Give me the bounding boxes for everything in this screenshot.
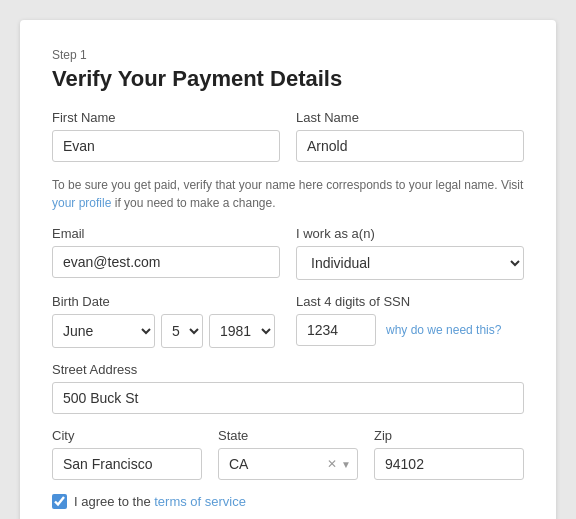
payment-details-card: Step 1 Verify Your Payment Details First… <box>20 20 556 519</box>
street-input[interactable] <box>52 382 524 414</box>
email-input[interactable] <box>52 246 280 278</box>
state-input-wrapper: ✕ ▼ <box>218 448 358 480</box>
last-name-label: Last Name <box>296 110 524 125</box>
info-text: To be sure you get paid, verify that you… <box>52 176 524 212</box>
city-group: City <box>52 428 202 480</box>
last-name-input[interactable] <box>296 130 524 162</box>
work-type-label: I work as a(n) <box>296 226 524 241</box>
zip-label: Zip <box>374 428 524 443</box>
email-label: Email <box>52 226 280 241</box>
page-title: Verify Your Payment Details <box>52 66 524 92</box>
first-name-group: First Name <box>52 110 280 162</box>
your-profile-link[interactable]: your profile <box>52 196 111 210</box>
terms-link[interactable]: terms of service <box>154 494 246 509</box>
first-name-input[interactable] <box>52 130 280 162</box>
birth-day-select[interactable]: 1234 567 <box>161 314 203 348</box>
state-clear-icon[interactable]: ✕ <box>327 458 337 470</box>
state-group: State ✕ ▼ <box>218 428 358 480</box>
terms-checkbox[interactable] <box>52 494 67 509</box>
birth-date-selects: JanuaryFebruaryMarch AprilMayJune JulyAu… <box>52 314 280 348</box>
zip-group: Zip <box>374 428 524 480</box>
zip-input[interactable] <box>374 448 524 480</box>
ssn-input-group: why do we need this? <box>296 314 524 346</box>
agreement-row: I agree to the terms of service <box>52 494 524 509</box>
ssn-group: Last 4 digits of SSN why do we need this… <box>296 294 524 348</box>
state-label: State <box>218 428 358 443</box>
ssn-label: Last 4 digits of SSN <box>296 294 524 309</box>
city-input[interactable] <box>52 448 202 480</box>
birth-date-label: Birth Date <box>52 294 280 309</box>
street-group: Street Address <box>52 362 524 414</box>
street-label: Street Address <box>52 362 524 377</box>
city-label: City <box>52 428 202 443</box>
state-chevron-icon[interactable]: ▼ <box>341 459 351 470</box>
last-name-group: Last Name <box>296 110 524 162</box>
state-input[interactable] <box>225 449 323 479</box>
agreement-text: I agree to the terms of service <box>74 494 246 509</box>
city-state-zip-row: City State ✕ ▼ Zip <box>52 428 524 480</box>
ssn-help-link[interactable]: why do we need this? <box>386 323 501 337</box>
work-type-select[interactable]: Individual Business <box>296 246 524 280</box>
work-type-group: I work as a(n) Individual Business <box>296 226 524 280</box>
birth-month-select[interactable]: JanuaryFebruaryMarch AprilMayJune JulyAu… <box>52 314 155 348</box>
step-label: Step 1 <box>52 48 524 62</box>
birth-year-select[interactable]: 1979198019811982 <box>209 314 275 348</box>
birth-date-group: Birth Date JanuaryFebruaryMarch AprilMay… <box>52 294 280 348</box>
ssn-input[interactable] <box>296 314 376 346</box>
first-name-label: First Name <box>52 110 280 125</box>
email-group: Email <box>52 226 280 280</box>
